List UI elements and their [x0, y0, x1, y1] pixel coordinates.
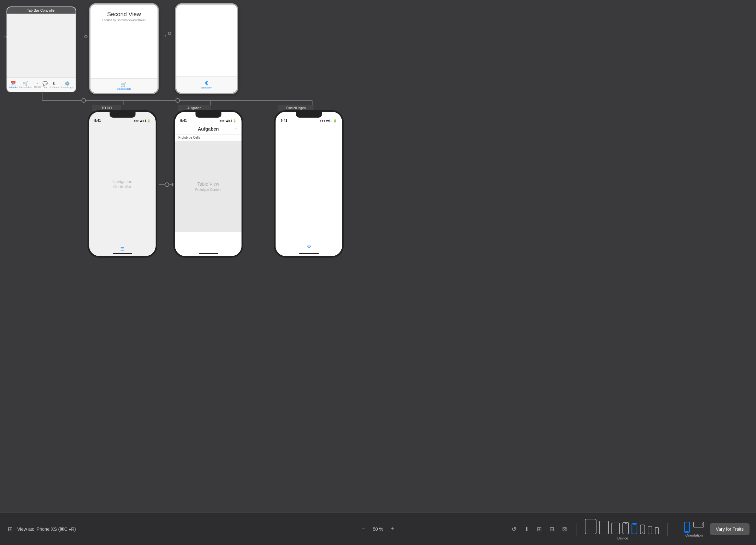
einstellungen-status-icons: ●●● WiFi 🔋: [320, 119, 337, 123]
zoom-value: 50 %: [372, 527, 384, 532]
aufgaben-add-button[interactable]: +: [234, 126, 238, 133]
svg-rect-13: [589, 533, 592, 533]
svg-point-6: [176, 99, 180, 102]
einstellungen-iphone: 9:41 ●●● WiFi 🔋 ⚙: [274, 110, 344, 258]
einstellungen-controller: 9:41 ●●● WiFi 🔋 ⚙: [274, 104, 344, 258]
ipad-pro-icon: [585, 519, 597, 534]
third-content: [176, 5, 237, 74]
tab-einkaufsliste-label: Einkaufsliste: [19, 86, 32, 89]
iphone-small-icon: [648, 526, 652, 534]
svg-rect-12: [585, 519, 596, 534]
second-view-controller: Second View Loaded by SecondViewControll…: [89, 3, 159, 94]
aufgaben-nav-bar: Aufgaben +: [175, 124, 242, 135]
nav-content-text: Navigation Controller: [106, 179, 139, 189]
sidebar-toggle-button[interactable]: ⊞: [6, 524, 14, 534]
tab-kalender: 📅 Kalender: [9, 81, 18, 89]
aufgaben-nav-title: Aufgaben: [198, 126, 219, 132]
device-iphone-se-button[interactable]: [639, 524, 646, 535]
tab-einstellungen-label: Einstellungen: [60, 86, 74, 89]
grid-button-3[interactable]: ⊠: [561, 524, 568, 534]
second-view-subtitle: Loaded by SecondViewController: [94, 18, 154, 22]
landscape-orientation-button[interactable]: [692, 521, 705, 533]
device-iphone-small-button[interactable]: [647, 525, 653, 535]
svg-rect-30: [656, 533, 658, 533]
nav-iphone: 9:41 ●●● WiFi 🔋 Navigation Controller ☰: [88, 110, 157, 258]
tab-bar-controller: Tab Bar Controller 📅 Kalender 🛒 Einkaufs…: [6, 6, 76, 92]
aufgaben-home-bar: [199, 253, 218, 254]
nav-footer-icon: ☰: [120, 246, 124, 252]
tab-schulden-label: Schulden: [49, 86, 59, 89]
aufgaben-controller: 9:41 ●●● WiFi 🔋 Aufgaben + Prototype Cel…: [173, 104, 243, 258]
landscape-icon: [693, 522, 704, 527]
aufgaben-status-icons: ●●● WiFi 🔋: [219, 119, 236, 123]
tab-bar-title: Tab Bar Controller: [7, 7, 76, 14]
svg-rect-33: [693, 522, 704, 527]
toolbar-center: − 50 % +: [360, 524, 396, 534]
toolbar-divider-1: [576, 523, 576, 536]
svg-rect-15: [602, 533, 606, 533]
zoom-out-button[interactable]: −: [360, 524, 366, 534]
zoom-in-button[interactable]: +: [390, 524, 396, 534]
refresh-button[interactable]: ↺: [510, 524, 518, 534]
device-iphone-tiny-button[interactable]: [654, 527, 659, 535]
grid-button-1[interactable]: ⊞: [536, 524, 543, 534]
einstellungen-home-bar: [299, 253, 319, 254]
svg-rect-28: [649, 533, 651, 533]
svg-rect-17: [614, 533, 617, 533]
tab-chat-label: Chat: [43, 86, 48, 89]
device-iphone-plus-button[interactable]: [622, 521, 630, 535]
iphone-se-icon: [640, 525, 645, 534]
aufgaben-iphone: 9:41 ●●● WiFi 🔋 Aufgaben + Prototype Cel…: [173, 110, 243, 258]
iphone-plus-icon: [622, 522, 629, 534]
device-ipad-mini-button[interactable]: [611, 522, 620, 535]
notch: [110, 112, 136, 118]
second-view-header: Second View Loaded by SecondViewControll…: [90, 5, 158, 23]
vary-for-traits-button[interactable]: Vary for Traits: [710, 523, 750, 535]
device-ipad-pro-button[interactable]: [584, 518, 597, 535]
svg-rect-18: [623, 522, 629, 534]
storyboard-canvas: → Tab Bar Controller 📅 Kalender 🛒 Einkau…: [0, 0, 756, 513]
svg-rect-16: [612, 523, 620, 534]
grid-button-2[interactable]: ⊟: [548, 524, 556, 534]
einkaufsliste-icon: 🛒: [121, 81, 127, 88]
conn-dot-1: [84, 35, 88, 38]
table-view-area: Table View Prototype Content: [175, 141, 242, 232]
device-ipad-button[interactable]: [598, 520, 609, 535]
einstellungen-notch: [296, 112, 322, 118]
view-as-label: View as: iPhone XS (⌘C ▸R): [17, 527, 76, 532]
toolbar-left: ⊞ View as: iPhone XS (⌘C ▸R): [6, 524, 76, 534]
svg-rect-31: [684, 522, 690, 532]
svg-rect-20: [625, 523, 627, 524]
tab-todo: ✓ TO DO: [34, 81, 41, 88]
einkaufsliste-label: Einkaufsliste: [117, 88, 131, 90]
arrow-tab-to-second: →: [78, 36, 84, 42]
svg-point-10: [165, 183, 169, 187]
portrait-icon: [684, 522, 690, 533]
tab-todo-label: TO DO: [34, 86, 41, 88]
home-bar: [113, 253, 132, 254]
tab-kalender-label: Kalender: [9, 86, 18, 89]
svg-rect-23: [633, 524, 636, 525]
portrait-orientation-button[interactable]: [683, 521, 691, 533]
ipad-mini-icon: [611, 523, 620, 534]
second-view-footer: 🛒 Einkaufsliste: [90, 78, 158, 93]
download-button[interactable]: ⬇: [523, 524, 530, 534]
tab-schulden: € Schulden: [49, 81, 59, 89]
third-footer: € Schulden: [176, 77, 237, 93]
navigation-controller: 9:41 ●●● WiFi 🔋 Navigation Controller ☰: [88, 104, 157, 258]
iphone-xs-icon: [632, 523, 637, 534]
ipad-icon: [599, 521, 609, 534]
svg-rect-34: [703, 523, 703, 526]
second-view-title: Second View: [94, 11, 154, 18]
prototype-content-text: Prototype Content: [195, 188, 221, 192]
schulden-label: Schulden: [201, 86, 212, 89]
einstellungen-footer-icon: ⚙: [307, 243, 311, 250]
prototype-cells-label: Prototype Cells: [175, 135, 242, 141]
device-iphone-xs-button[interactable]: [631, 523, 638, 535]
conn-dot-2: [168, 32, 171, 35]
aufgaben-notch: [195, 112, 221, 118]
svg-point-3: [82, 99, 86, 102]
device-label: Device: [617, 536, 628, 540]
svg-rect-19: [624, 533, 627, 533]
tab-chat: 💬 Chat: [42, 81, 48, 89]
